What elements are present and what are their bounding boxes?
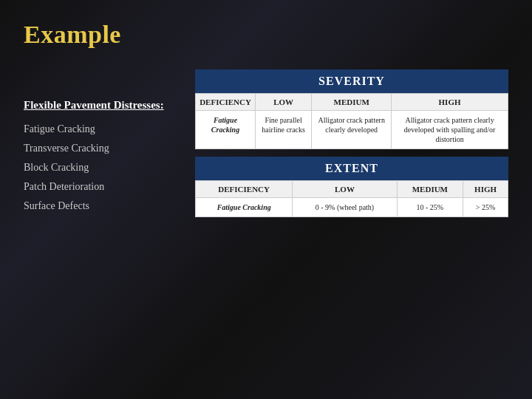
menu-item-block[interactable]: Block Cracking [24, 162, 171, 174]
extent-col-medium: MEDIUM [397, 181, 463, 198]
menu-item-fatigue[interactable]: Fatigue Cracking [24, 123, 171, 135]
severity-col-high: HIGH [392, 94, 508, 111]
page-title: Example [24, 21, 508, 49]
severity-data-row-fatigue: Fatigue Cracking Fine parallel hairline … [196, 111, 508, 149]
severity-cell-deficiency: Fatigue Cracking [196, 111, 256, 149]
section-header: Flexible Pavement Distresses: [24, 99, 171, 112]
extent-cell-medium: 10 - 25% [397, 198, 463, 217]
severity-cell-low: Fine parallel hairline cracks [256, 111, 312, 149]
content-area: Flexible Pavement Distresses: Fatigue Cr… [24, 69, 508, 219]
extent-cell-deficiency: Fatigue Cracking [196, 198, 293, 217]
left-panel: Flexible Pavement Distresses: Fatigue Cr… [24, 69, 171, 219]
severity-col-header-row: DEFICIENCY LOW MEDIUM HIGH [196, 94, 508, 111]
extent-data-row-fatigue: Fatigue Cracking 0 - 9% (wheel path) 10 … [196, 198, 508, 217]
menu-item-patch[interactable]: Patch Deterioration [24, 181, 171, 193]
severity-col-low: LOW [256, 94, 312, 111]
extent-cell-low: 0 - 9% (wheel path) [293, 198, 397, 217]
extent-table: DEFICIENCY LOW MEDIUM HIGH Fatigue Crack… [195, 180, 508, 217]
extent-header: EXTENT [195, 157, 508, 180]
extent-col-deficiency: DEFICIENCY [196, 181, 293, 198]
severity-table: DEFICIENCY LOW MEDIUM HIGH Fatigue Crack… [195, 93, 508, 149]
extent-cell-high: > 25% [463, 198, 508, 217]
severity-col-deficiency: DEFICIENCY [196, 94, 256, 111]
severity-header: SEVERITY [195, 69, 508, 93]
menu-item-surface[interactable]: Surface Defects [24, 200, 171, 212]
extent-col-low: LOW [293, 181, 397, 198]
severity-cell-medium: Alligator crack pattern clearly develope… [312, 111, 392, 149]
right-panel: SEVERITY DEFICIENCY LOW MEDIUM HIGH Fati… [195, 69, 508, 217]
severity-col-medium: MEDIUM [312, 94, 392, 111]
severity-cell-high: Alligator crack pattern clearly develope… [392, 111, 508, 149]
extent-col-header-row: DEFICIENCY LOW MEDIUM HIGH [196, 181, 508, 198]
extent-col-high: HIGH [463, 181, 508, 198]
menu-item-transverse[interactable]: Transverse Cracking [24, 143, 171, 154]
page: Example Flexible Pavement Distresses: Fa… [0, 0, 532, 399]
